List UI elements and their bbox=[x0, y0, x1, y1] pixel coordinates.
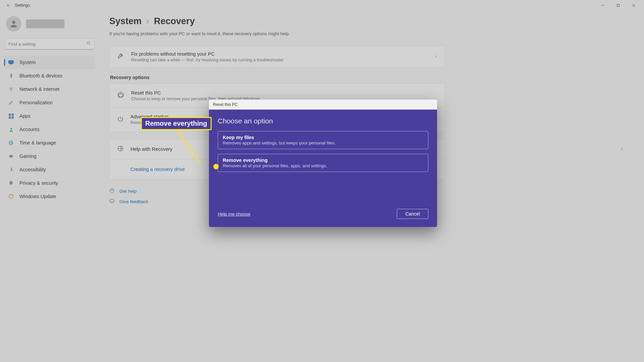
chevron-right-icon bbox=[620, 146, 624, 152]
card-fix-problems[interactable]: Fix problems without resetting your PC R… bbox=[109, 46, 445, 67]
section-label: Recovery options bbox=[110, 75, 631, 80]
svg-rect-11 bbox=[11, 114, 14, 116]
reset-pc-dialog: Reset this PC Choose an option Keep my f… bbox=[209, 100, 437, 227]
sidebar: System Bluetooth & devices Network & int… bbox=[4, 13, 95, 203]
cancel-button[interactable]: Cancel bbox=[397, 209, 428, 219]
reset-icon bbox=[117, 91, 124, 100]
gaming-icon bbox=[8, 154, 14, 159]
person-icon bbox=[8, 127, 14, 132]
sidebar-item-accounts[interactable]: Accounts bbox=[4, 123, 95, 136]
sidebar-item-personalization[interactable]: Personalization bbox=[4, 96, 95, 109]
update-icon bbox=[8, 194, 14, 199]
breadcrumb-root[interactable]: System bbox=[109, 16, 142, 26]
maximize-button[interactable] bbox=[610, 0, 626, 11]
page-subtitle: If you're having problems with your PC o… bbox=[109, 31, 631, 36]
dialog-body: Choose an option Keep my files Removes a… bbox=[209, 110, 437, 227]
option-title: Keep my files bbox=[223, 135, 423, 140]
option-desc: Removes apps and settings, but keeps you… bbox=[223, 140, 423, 145]
clock-globe-icon bbox=[8, 140, 14, 145]
sidebar-item-label: Gaming bbox=[19, 154, 37, 159]
sidebar-item-time[interactable]: Time & language bbox=[4, 136, 95, 149]
shield-icon bbox=[8, 180, 14, 186]
card-desc: Resetting can take a while — first, try … bbox=[131, 58, 283, 62]
card-title: Fix problems without resetting your PC bbox=[131, 51, 283, 57]
search-icon bbox=[86, 41, 91, 47]
search-input[interactable] bbox=[5, 38, 95, 50]
callout-label: Remove everything bbox=[141, 117, 212, 130]
svg-point-17 bbox=[11, 168, 12, 169]
close-button[interactable] bbox=[626, 0, 641, 11]
breadcrumb: System › Recovery bbox=[109, 16, 631, 26]
back-button[interactable] bbox=[3, 0, 13, 11]
minimize-button[interactable] bbox=[595, 0, 610, 11]
sidebar-item-label: Accounts bbox=[19, 127, 40, 132]
svg-line-6 bbox=[89, 44, 90, 45]
globe-icon bbox=[117, 145, 124, 153]
avatar bbox=[6, 16, 21, 32]
search-wrap bbox=[5, 38, 95, 50]
svg-rect-10 bbox=[9, 114, 11, 116]
svg-rect-13 bbox=[11, 116, 14, 119]
system-icon bbox=[8, 60, 14, 64]
link-create-recovery-drive[interactable]: Creating a recovery drive bbox=[130, 167, 185, 172]
brush-icon bbox=[8, 100, 14, 105]
dialog-titlebar: Reset this PC bbox=[209, 100, 437, 110]
sidebar-item-label: Accessibility bbox=[19, 167, 46, 172]
callout-annotation: Remove everything bbox=[141, 117, 212, 130]
feedback-icon bbox=[109, 198, 115, 205]
power-icon bbox=[117, 116, 124, 124]
dialog-heading: Choose an option bbox=[218, 117, 428, 125]
accessibility-icon bbox=[8, 167, 14, 172]
wifi-icon bbox=[8, 87, 14, 92]
page-title: Recovery bbox=[154, 16, 195, 26]
callout-dot bbox=[213, 164, 219, 169]
svg-point-4 bbox=[12, 21, 15, 24]
sidebar-item-label: Time & language bbox=[19, 140, 56, 145]
window-title: Settings bbox=[15, 3, 30, 8]
card-title: Reset this PC bbox=[131, 90, 260, 96]
sidebar-item-label: System bbox=[19, 60, 36, 65]
link-label: Give feedback bbox=[119, 199, 148, 204]
sidebar-item-accessibility[interactable]: Accessibility bbox=[4, 163, 95, 176]
sidebar-item-update[interactable]: Windows Update bbox=[4, 190, 95, 203]
nav: System Bluetooth & devices Network & int… bbox=[4, 56, 95, 203]
apps-icon bbox=[8, 114, 14, 119]
svg-point-9 bbox=[11, 90, 11, 91]
sidebar-item-label: Bluetooth & devices bbox=[19, 73, 62, 78]
sidebar-item-system[interactable]: System bbox=[4, 56, 95, 69]
sidebar-item-privacy[interactable]: Privacy & security bbox=[4, 176, 95, 190]
svg-rect-1 bbox=[617, 4, 620, 7]
titlebar: Settings bbox=[0, 0, 644, 11]
sidebar-item-label: Privacy & security bbox=[19, 180, 58, 186]
window-buttons bbox=[595, 0, 641, 11]
svg-rect-18 bbox=[119, 94, 123, 97]
svg-rect-21 bbox=[110, 199, 114, 202]
troubleshoot-icon bbox=[117, 53, 124, 61]
chevron-right-icon: › bbox=[146, 16, 149, 26]
svg-rect-16 bbox=[9, 155, 13, 158]
sidebar-item-apps[interactable]: Apps bbox=[4, 109, 95, 123]
chevron-right-icon bbox=[434, 54, 438, 60]
option now option-keep-files[interactable]: Keep my files Removes apps and settings,… bbox=[218, 131, 428, 149]
sidebar-item-label: Network & internet bbox=[19, 86, 59, 92]
sidebar-item-label: Windows Update bbox=[19, 194, 56, 199]
card-title: Help with Recovery bbox=[130, 146, 172, 152]
sidebar-item-label: Apps bbox=[19, 113, 31, 119]
help-me-choose-link[interactable]: Help me choose bbox=[218, 212, 251, 217]
username-redacted bbox=[26, 19, 64, 28]
option-desc: Removes all of your personal files, apps… bbox=[223, 163, 423, 168]
sidebar-item-label: Personalization bbox=[19, 100, 53, 105]
link-label: Get help bbox=[119, 189, 137, 194]
dialog-footer: Help me choose Cancel bbox=[218, 209, 428, 219]
bluetooth-icon bbox=[8, 73, 14, 78]
help-icon bbox=[109, 188, 115, 194]
svg-rect-7 bbox=[8, 60, 14, 64]
user-block[interactable] bbox=[4, 13, 95, 38]
sidebar-item-gaming[interactable]: Gaming bbox=[4, 149, 95, 163]
sidebar-item-bluetooth[interactable]: Bluetooth & devices bbox=[4, 69, 95, 82]
svg-point-14 bbox=[10, 128, 12, 129]
svg-point-5 bbox=[87, 42, 90, 44]
option-remove-everything[interactable]: Remove everything Removes all of your pe… bbox=[218, 154, 428, 172]
sidebar-item-network[interactable]: Network & internet bbox=[4, 82, 95, 96]
option-title: Remove everything bbox=[223, 158, 423, 163]
